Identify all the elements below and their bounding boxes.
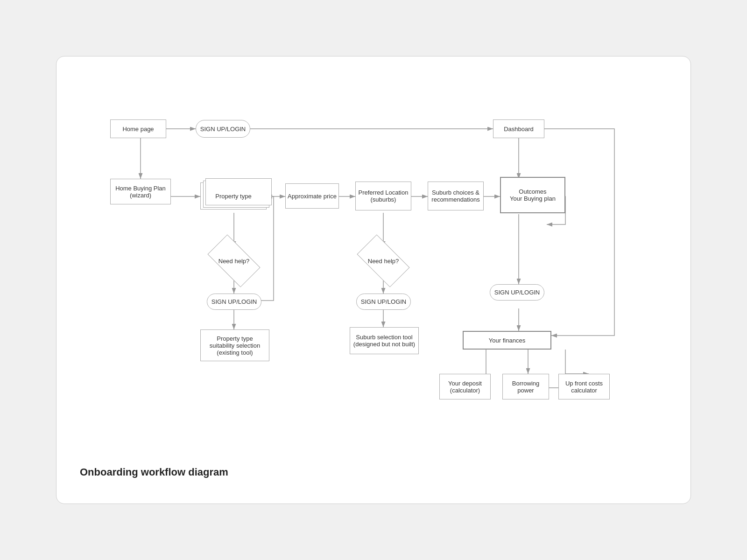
signup1-node: SIGN UP/LOGIN	[196, 120, 250, 138]
suburb-selection-node: Suburb selection tool (designed but not …	[350, 327, 419, 354]
diagram-area: Home page SIGN UP/LOGIN Dashboard Home B…	[80, 75, 667, 458]
homepage-node: Home page	[110, 119, 166, 138]
borrowing-power-node: Borrowing power	[502, 374, 549, 399]
preferred-location-node: Preferred Location (suburbs)	[355, 182, 411, 210]
suburb-choices-node: Suburb choices & recommendations	[428, 182, 484, 210]
outcomes-node: Outcomes Your Buying plan	[500, 177, 565, 213]
your-finances-node: Your finances	[463, 331, 551, 350]
outer-card: Home page SIGN UP/LOGIN Dashboard Home B…	[56, 56, 691, 504]
diagram-title: Onboarding workflow diagram	[80, 466, 667, 478]
upfront-costs-node: Up front costs calculator	[558, 374, 610, 399]
signup4-node: SIGN UP/LOGIN	[490, 284, 544, 301]
approx-price-node: Approximate price	[285, 183, 339, 209]
property-suitability-node: Property type suitability selection (exi…	[200, 329, 269, 361]
your-deposit-node: Your deposit (calculator)	[439, 374, 491, 399]
need-help2-diamond: Need help?	[358, 247, 409, 275]
property-type-node: Property type	[200, 182, 267, 210]
home-buying-plan-node: Home Buying Plan (wizard)	[110, 179, 171, 204]
signup3-node: SIGN UP/LOGIN	[356, 294, 411, 310]
need-help1-diamond: Need help?	[208, 247, 260, 275]
signup2-node: SIGN UP/LOGIN	[207, 294, 261, 310]
dashboard-node: Dashboard	[493, 119, 544, 138]
